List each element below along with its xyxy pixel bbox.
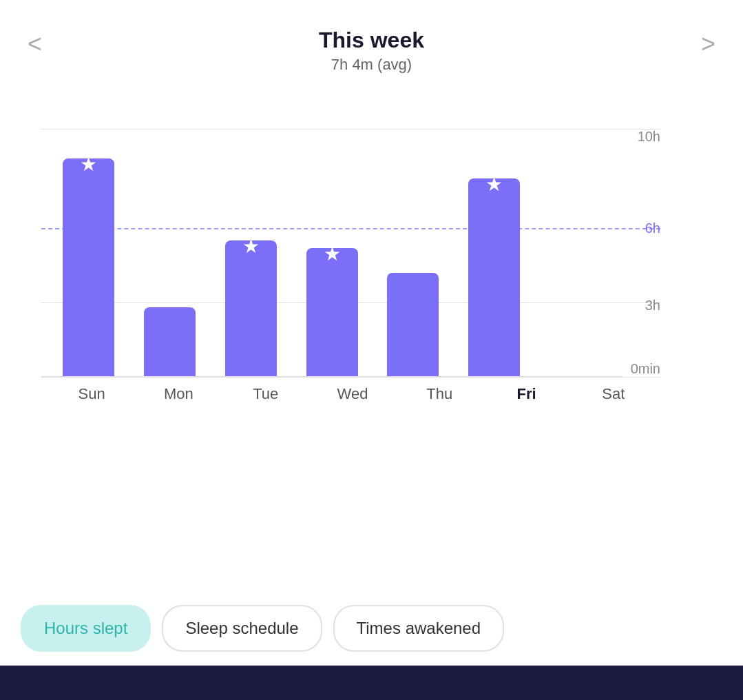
nav-right-arrow[interactable]: >: [687, 23, 729, 65]
bar-group-sun: ★: [48, 129, 129, 377]
bar-sun[interactable]: ★: [63, 158, 114, 377]
bars-container: ★ ★ ★: [41, 129, 622, 377]
header: < This week 7h 4m (avg) >: [0, 0, 743, 88]
bar-fri[interactable]: ★: [468, 178, 520, 377]
chart-container: 10h 6h 3h 0min ★ ★: [41, 129, 702, 432]
x-axis-labels: Sun Mon Tue Wed Thu Fri Sat: [41, 377, 664, 403]
tab-times-awakened[interactable]: Times awakened: [333, 605, 505, 652]
bar-mon[interactable]: [144, 307, 196, 377]
page-title: This week: [0, 28, 743, 53]
bar-group-sat: [534, 129, 616, 377]
y-label-6h: 6h: [645, 220, 660, 236]
x-label-mon: Mon: [135, 385, 222, 403]
avg-subtitle: 7h 4m (avg): [0, 56, 743, 74]
y-axis-labels: 10h 6h 3h 0min: [622, 129, 660, 377]
star-icon-fri: ★: [485, 173, 503, 196]
tab-sleep-schedule[interactable]: Sleep schedule: [162, 605, 322, 652]
star-icon-tue: ★: [242, 235, 260, 258]
bar-group-wed: ★: [291, 129, 373, 377]
chart-bottom-line: [41, 376, 622, 377]
bar-thu[interactable]: [387, 273, 439, 377]
y-label-3h: 3h: [645, 298, 660, 313]
bottom-navigation-bar: [0, 666, 743, 700]
tabs-container: Hours slept Sleep schedule Times awakene…: [0, 605, 743, 652]
chart-area: 10h 6h 3h 0min ★ ★: [41, 129, 660, 377]
nav-left-arrow[interactable]: <: [14, 23, 56, 65]
bar-wed[interactable]: ★: [306, 248, 358, 377]
x-label-tue: Tue: [222, 385, 309, 403]
bar-group-fri: ★: [454, 129, 535, 377]
y-label-10h: 10h: [638, 129, 660, 145]
star-icon-wed: ★: [324, 243, 341, 265]
bar-group-tue: ★: [210, 129, 291, 377]
tab-hours-slept[interactable]: Hours slept: [21, 605, 151, 652]
star-icon-sun: ★: [80, 153, 97, 176]
bar-tue[interactable]: ★: [225, 240, 277, 377]
x-label-sat: Sat: [570, 385, 657, 403]
x-label-thu: Thu: [396, 385, 483, 403]
y-label-0min: 0min: [631, 361, 660, 377]
x-label-wed: Wed: [309, 385, 396, 403]
bar-group-thu: [373, 129, 454, 377]
x-label-fri: Fri: [483, 385, 569, 403]
bar-group-mon: [129, 129, 211, 377]
x-label-sun: Sun: [48, 385, 135, 403]
